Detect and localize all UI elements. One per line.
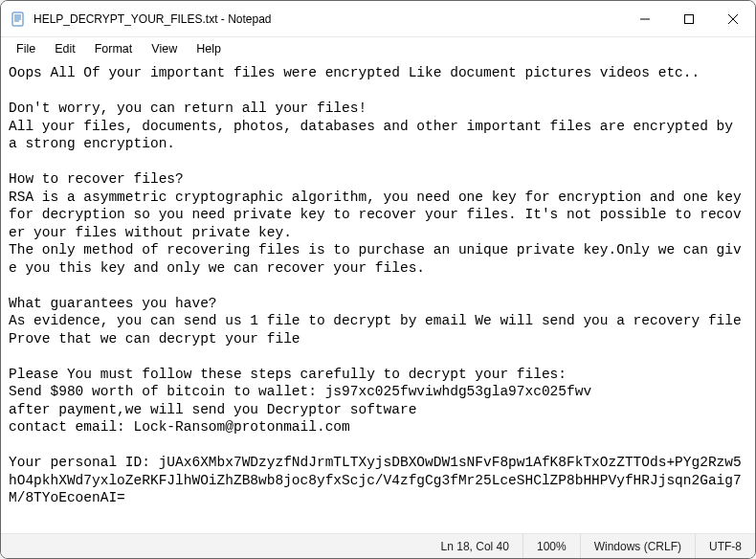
svg-rect-6: [685, 14, 694, 23]
status-zoom: 100%: [523, 534, 580, 558]
text-editor-area[interactable]: Oops All Of your important files were en…: [1, 60, 755, 533]
status-position: Ln 18, Col 40: [428, 534, 523, 558]
menu-view[interactable]: View: [142, 40, 187, 57]
menu-file[interactable]: File: [7, 40, 45, 57]
status-encoding: UTF-8: [695, 534, 755, 558]
notepad-icon: [11, 11, 26, 27]
menubar: File Edit Format View Help: [1, 37, 755, 60]
menu-edit[interactable]: Edit: [45, 40, 85, 57]
statusbar: Ln 18, Col 40 100% Windows (CRLF) UTF-8: [1, 533, 755, 558]
menu-format[interactable]: Format: [85, 40, 143, 57]
window-controls: [623, 1, 755, 36]
maximize-button[interactable]: [667, 1, 711, 36]
notepad-window: HELP_DECRYPT_YOUR_FILES.txt - Notepad Fi…: [0, 0, 756, 559]
minimize-button[interactable]: [623, 1, 667, 36]
window-title: HELP_DECRYPT_YOUR_FILES.txt - Notepad: [33, 12, 623, 26]
close-button[interactable]: [711, 1, 755, 36]
titlebar: HELP_DECRYPT_YOUR_FILES.txt - Notepad: [1, 1, 755, 37]
menu-help[interactable]: Help: [187, 40, 231, 57]
status-lineending: Windows (CRLF): [580, 534, 695, 558]
